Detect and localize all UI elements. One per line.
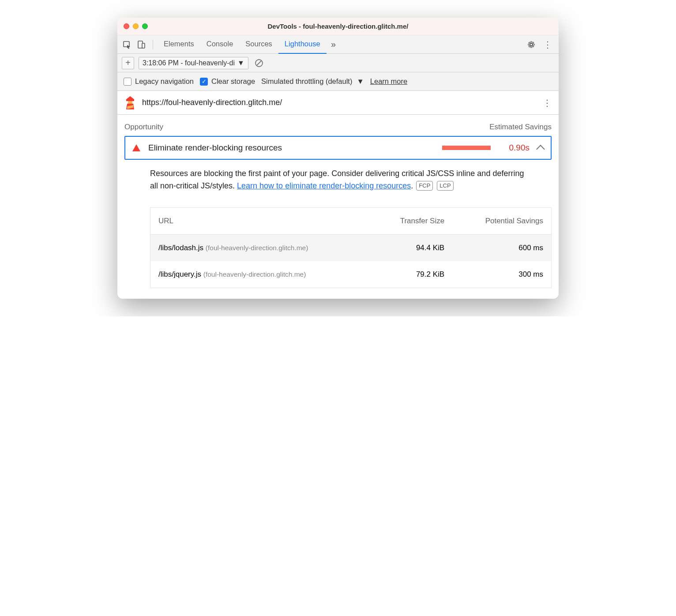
svg-rect-6 [128, 101, 132, 104]
svg-marker-5 [126, 96, 134, 101]
clear-report-button[interactable] [253, 57, 265, 69]
opportunity-header-row: Opportunity Estimated Savings [124, 121, 552, 136]
inspect-element-icon[interactable] [120, 38, 134, 52]
toolbar-divider [153, 40, 153, 49]
report-selector[interactable]: 3:18:06 PM - foul-heavenly-di ▼ [139, 57, 248, 69]
fail-triangle-icon [132, 144, 140, 151]
chevron-up-icon [536, 145, 545, 154]
main-toolbar: Elements Console Sources Lighthouse » ⋮ [117, 35, 559, 54]
svg-line-4 [257, 61, 261, 65]
clear-storage-option[interactable]: ✓ Clear storage [200, 77, 255, 86]
metric-badge-lcp: LCP [437, 181, 453, 191]
audit-description: Resources are blocking the first paint o… [124, 160, 552, 197]
lighthouse-logo-icon [124, 96, 136, 109]
kebab-menu-icon[interactable]: ⋮ [540, 38, 554, 52]
chevron-down-icon: ▼ [237, 59, 244, 67]
tab-console[interactable]: Console [200, 35, 240, 54]
cell-size: 79.2 KiB [372, 261, 452, 288]
learn-more-link[interactable]: Learn more [370, 77, 407, 86]
tab-elements[interactable]: Elements [158, 35, 200, 54]
more-tabs-icon[interactable]: » [327, 38, 341, 52]
opportunity-column-label: Opportunity [124, 123, 163, 131]
cell-save: 300 ms [452, 261, 551, 288]
tab-lighthouse[interactable]: Lighthouse [278, 35, 327, 54]
col-url: URL [150, 207, 372, 234]
cell-url: /libs/jquery.js (foul-heavenly-direction… [150, 261, 372, 288]
new-report-button[interactable]: + [122, 57, 134, 69]
audit-render-blocking[interactable]: Eliminate render-blocking resources 0.90… [124, 136, 552, 160]
cell-save: 600 ms [452, 234, 551, 261]
legacy-navigation-option[interactable]: Legacy navigation [124, 77, 194, 86]
traffic-lights [117, 23, 148, 29]
report-selector-label: 3:18:06 PM - foul-heavenly-di [143, 59, 235, 67]
table-row: /libs/lodash.js (foul-heavenly-direction… [150, 234, 552, 261]
report-menu-icon[interactable]: ⋮ [543, 98, 552, 108]
svg-rect-2 [142, 43, 145, 48]
report-url-bar: https://foul-heavenly-direction.glitch.m… [117, 91, 559, 115]
metric-badge-fcp: FCP [416, 181, 433, 191]
cell-size: 94.4 KiB [372, 234, 452, 261]
audit-savings-bar [442, 146, 491, 150]
window-title: DevTools - foul-heavenly-direction.glitc… [117, 23, 559, 30]
legacy-navigation-label: Legacy navigation [135, 77, 194, 86]
savings-column-label: Estimated Savings [489, 123, 552, 131]
resources-table: URL Transfer Size Potential Savings /lib… [150, 207, 552, 288]
chevron-down-icon: ▼ [357, 77, 364, 86]
minimize-window-button[interactable] [133, 23, 139, 29]
audit-title: Eliminate render-blocking resources [148, 143, 282, 153]
tab-sources[interactable]: Sources [239, 35, 278, 54]
col-transfer-size: Transfer Size [372, 207, 452, 234]
col-potential-savings: Potential Savings [452, 207, 551, 234]
close-window-button[interactable] [124, 23, 129, 29]
maximize-window-button[interactable] [142, 23, 148, 29]
lighthouse-options-bar: Legacy navigation ✓ Clear storage Simula… [117, 72, 559, 91]
table-row: /libs/jquery.js (foul-heavenly-direction… [150, 261, 552, 288]
devtools-window: DevTools - foul-heavenly-direction.glitc… [117, 18, 559, 299]
legacy-navigation-checkbox[interactable] [124, 78, 131, 86]
table-header-row: URL Transfer Size Potential Savings [150, 207, 552, 234]
clear-storage-checkbox[interactable]: ✓ [200, 78, 208, 86]
cell-url: /libs/lodash.js (foul-heavenly-direction… [150, 234, 372, 261]
clear-storage-label: Clear storage [211, 77, 255, 86]
titlebar: DevTools - foul-heavenly-direction.glitc… [117, 18, 559, 35]
lighthouse-subbar: + 3:18:06 PM - foul-heavenly-di ▼ [117, 54, 559, 72]
audit-savings-value: 0.90s [499, 143, 530, 153]
audit-learn-link[interactable]: Learn how to eliminate render-blocking r… [237, 181, 411, 190]
throttling-label: Simulated throttling (default) [261, 77, 352, 86]
report-url: https://foul-heavenly-direction.glitch.m… [142, 98, 282, 107]
lighthouse-report: Opportunity Estimated Savings Eliminate … [117, 115, 559, 299]
device-mode-icon[interactable] [134, 38, 148, 52]
gear-icon[interactable] [524, 38, 538, 52]
throttling-selector[interactable]: Simulated throttling (default) ▼ [261, 77, 364, 86]
